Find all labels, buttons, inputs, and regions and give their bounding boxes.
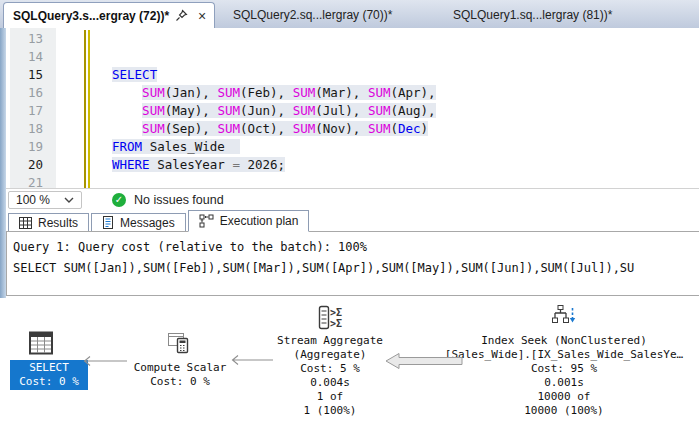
stream-aggregate-icon: >Σ>Σ: [317, 304, 343, 336]
execution-plan-header: Query 1: Query cost (relative to the bat…: [6, 231, 699, 296]
tab-label: Results: [38, 216, 78, 230]
chevron-down-icon: [64, 197, 74, 203]
issues-status-text: No issues found: [134, 193, 224, 207]
svg-text:>Σ: >Σ: [330, 307, 342, 318]
index-seek-icon: [549, 304, 577, 336]
results-grid-icon: [19, 217, 32, 229]
pin-icon[interactable]: [175, 9, 188, 22]
tab-label: SQLQuery3.s...ergray (72))*: [13, 9, 169, 23]
messages-icon: [102, 216, 114, 229]
plan-arrow-indexseek-to-stream[interactable]: [383, 350, 465, 372]
plan-node-stream-aggregate-labels: Stream Aggregate(Aggregate)Cost: 5 %0.00…: [255, 334, 405, 418]
execution-plan-icon: [199, 214, 214, 228]
results-pane-tabs: Results Messages Execution plan: [6, 210, 699, 232]
query-cost-text: Query 1: Query cost (relative to the bat…: [13, 240, 367, 254]
plan-node-select-labels: SELECTCost: 0 %: [10, 360, 88, 390]
plan-arrow-stream-to-compute[interactable]: [228, 353, 274, 367]
tab-label: SQLQuery2.sq...lergray (70))*: [233, 8, 392, 22]
result-set-icon: [28, 331, 54, 360]
tab-sqlquery1[interactable]: SQLQuery1.sq...lergray (81))*: [444, 2, 621, 28]
document-tab-bar: SQLQuery3.s...ergray (72))* × SQLQuery2.…: [0, 0, 699, 28]
execution-plan-diagram: SELECTCost: 0 % Compute ScalarCost: 0 % …: [0, 298, 699, 438]
zoom-level-dropdown[interactable]: 100 %: [8, 191, 82, 209]
compute-scalar-icon: [165, 331, 193, 361]
query-statement-text: SELECT SUM([Jan]),SUM([Feb]),SUM([Mar]),…: [13, 261, 634, 275]
svg-text:>Σ: >Σ: [330, 318, 342, 329]
tab-execution-plan[interactable]: Execution plan: [188, 210, 310, 232]
no-issues-check-icon: ✓: [112, 193, 126, 207]
tab-sqlquery3[interactable]: SQLQuery3.s...ergray (72))* ×: [3, 2, 215, 28]
tab-results[interactable]: Results: [8, 213, 89, 232]
tab-label: Messages: [120, 216, 175, 230]
editor-lines: 131415SELECT16 SUM(Jan), SUM(Feb), SUM(M…: [6, 30, 699, 188]
tab-label: SQLQuery1.sq...lergray (81))*: [453, 8, 612, 22]
plan-arrow-compute-to-select[interactable]: [80, 354, 128, 368]
editor-status-bar: 100 % ✓ No issues found: [6, 188, 699, 211]
close-icon[interactable]: ×: [198, 8, 206, 24]
plan-node-index-seek-labels: Index Seek (NonClustered)[Sales_Wide].[I…: [440, 334, 688, 418]
tab-sqlquery2[interactable]: SQLQuery2.sq...lergray (70))*: [224, 2, 401, 28]
zoom-level-value: 100 %: [16, 193, 50, 207]
sql-editor-surface[interactable]: 131415SELECT16 SUM(Jan), SUM(Feb), SUM(M…: [6, 28, 699, 188]
tab-label: Execution plan: [220, 214, 299, 228]
tab-messages[interactable]: Messages: [91, 213, 186, 232]
